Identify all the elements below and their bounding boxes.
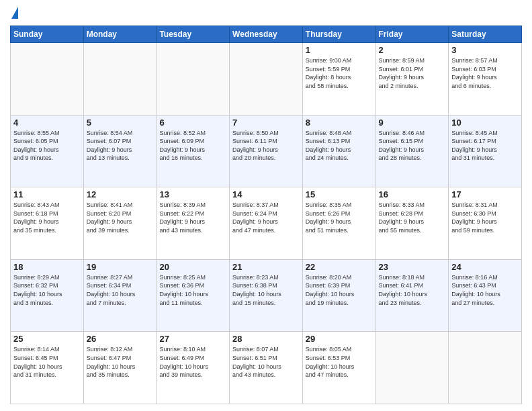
day-number: 19 [87, 262, 154, 272]
calendar-cell: 10Sunrise: 8:45 AMSunset: 6:17 PMDayligh… [449, 115, 522, 187]
calendar-cell: 21Sunrise: 8:23 AMSunset: 6:38 PMDayligh… [230, 259, 303, 332]
calendar-cell: 9Sunrise: 8:46 AMSunset: 6:15 PMDaylight… [375, 115, 449, 187]
calendar-cell: 13Sunrise: 8:39 AMSunset: 6:22 PMDayligh… [157, 187, 230, 260]
calendar-cell [83, 43, 157, 116]
day-info: Sunrise: 8:18 AMSunset: 6:41 PMDaylight:… [379, 273, 446, 307]
day-info: Sunrise: 8:43 AMSunset: 6:18 PMDaylight:… [13, 201, 81, 234]
day-number: 24 [451, 262, 519, 272]
calendar-cell: 27Sunrise: 8:10 AMSunset: 6:49 PMDayligh… [157, 332, 230, 404]
day-info: Sunrise: 8:10 AMSunset: 6:49 PMDaylight:… [159, 345, 226, 379]
weekday-header-tuesday: Tuesday [157, 26, 230, 43]
day-number: 3 [451, 45, 519, 55]
calendar-cell: 4Sunrise: 8:55 AMSunset: 6:05 PMDaylight… [11, 115, 84, 187]
day-number: 23 [379, 262, 446, 272]
day-number: 1 [306, 45, 373, 55]
weekday-header-thursday: Thursday [302, 26, 375, 43]
day-info: Sunrise: 8:05 AMSunset: 6:53 PMDaylight:… [306, 345, 373, 379]
calendar-cell: 26Sunrise: 8:12 AMSunset: 6:47 PMDayligh… [83, 332, 157, 404]
day-info: Sunrise: 8:12 AMSunset: 6:47 PMDaylight:… [87, 345, 154, 379]
day-info: Sunrise: 8:55 AMSunset: 6:05 PMDaylight:… [13, 129, 81, 163]
day-number: 11 [13, 189, 81, 199]
calendar-cell: 2Sunrise: 8:59 AMSunset: 6:01 PMDaylight… [375, 43, 449, 116]
day-number: 13 [159, 189, 226, 199]
day-number: 4 [13, 118, 81, 128]
day-number: 28 [232, 334, 300, 344]
day-number: 14 [232, 189, 300, 199]
calendar-week-5: 25Sunrise: 8:14 AMSunset: 6:45 PMDayligh… [11, 332, 522, 404]
day-info: Sunrise: 8:48 AMSunset: 6:13 PMDaylight:… [306, 129, 373, 163]
calendar-table: SundayMondayTuesdayWednesdayThursdayFrid… [10, 26, 522, 404]
day-info: Sunrise: 9:00 AMSunset: 5:59 PMDaylight:… [306, 56, 373, 90]
header [10, 7, 522, 20]
day-number: 8 [306, 118, 373, 128]
day-number: 29 [306, 334, 373, 344]
day-number: 6 [159, 118, 226, 128]
weekday-header-row: SundayMondayTuesdayWednesdayThursdayFrid… [11, 26, 522, 43]
day-info: Sunrise: 8:46 AMSunset: 6:15 PMDaylight:… [379, 129, 446, 163]
calendar-body: 1Sunrise: 9:00 AMSunset: 5:59 PMDaylight… [11, 43, 522, 404]
calendar-header: SundayMondayTuesdayWednesdayThursdayFrid… [11, 26, 522, 43]
day-info: Sunrise: 8:14 AMSunset: 6:45 PMDaylight:… [13, 345, 81, 379]
calendar-cell: 14Sunrise: 8:37 AMSunset: 6:24 PMDayligh… [230, 187, 303, 260]
calendar-cell: 1Sunrise: 9:00 AMSunset: 5:59 PMDaylight… [302, 43, 375, 116]
day-number: 20 [159, 262, 226, 272]
day-number: 2 [379, 45, 446, 55]
day-number: 12 [87, 189, 154, 199]
day-number: 15 [306, 189, 373, 199]
day-info: Sunrise: 8:25 AMSunset: 6:36 PMDaylight:… [159, 273, 226, 307]
day-number: 21 [232, 262, 300, 272]
day-number: 25 [13, 334, 81, 344]
calendar-cell [375, 332, 449, 404]
day-info: Sunrise: 8:16 AMSunset: 6:43 PMDaylight:… [451, 273, 519, 307]
weekday-header-wednesday: Wednesday [230, 26, 303, 43]
day-info: Sunrise: 8:07 AMSunset: 6:51 PMDaylight:… [232, 345, 300, 379]
calendar-cell [230, 43, 303, 116]
calendar-cell: 3Sunrise: 8:57 AMSunset: 6:03 PMDaylight… [449, 43, 522, 116]
calendar-week-4: 18Sunrise: 8:29 AMSunset: 6:32 PMDayligh… [11, 259, 522, 332]
calendar-cell: 16Sunrise: 8:33 AMSunset: 6:28 PMDayligh… [375, 187, 449, 260]
calendar-cell: 7Sunrise: 8:50 AMSunset: 6:11 PMDaylight… [230, 115, 303, 187]
day-number: 26 [87, 334, 154, 344]
calendar-cell: 24Sunrise: 8:16 AMSunset: 6:43 PMDayligh… [449, 259, 522, 332]
calendar-cell: 18Sunrise: 8:29 AMSunset: 6:32 PMDayligh… [11, 259, 84, 332]
day-info: Sunrise: 8:37 AMSunset: 6:24 PMDaylight:… [232, 201, 300, 234]
day-info: Sunrise: 8:31 AMSunset: 6:30 PMDaylight:… [451, 201, 519, 234]
calendar-cell: 23Sunrise: 8:18 AMSunset: 6:41 PMDayligh… [375, 259, 449, 332]
day-info: Sunrise: 8:50 AMSunset: 6:11 PMDaylight:… [232, 129, 300, 163]
day-number: 9 [379, 118, 446, 128]
day-info: Sunrise: 8:39 AMSunset: 6:22 PMDaylight:… [159, 201, 226, 234]
calendar-cell: 28Sunrise: 8:07 AMSunset: 6:51 PMDayligh… [230, 332, 303, 404]
day-info: Sunrise: 8:35 AMSunset: 6:26 PMDaylight:… [306, 201, 373, 234]
calendar-week-3: 11Sunrise: 8:43 AMSunset: 6:18 PMDayligh… [11, 187, 522, 260]
logo-text [10, 7, 18, 20]
logo-triangle-icon [11, 7, 18, 19]
calendar-cell: 25Sunrise: 8:14 AMSunset: 6:45 PMDayligh… [11, 332, 84, 404]
weekday-header-saturday: Saturday [449, 26, 522, 43]
weekday-header-monday: Monday [83, 26, 157, 43]
calendar-cell [11, 43, 84, 116]
calendar-cell: 11Sunrise: 8:43 AMSunset: 6:18 PMDayligh… [11, 187, 84, 260]
calendar-cell: 20Sunrise: 8:25 AMSunset: 6:36 PMDayligh… [157, 259, 230, 332]
day-number: 17 [451, 189, 519, 199]
day-number: 7 [232, 118, 300, 128]
weekday-header-friday: Friday [375, 26, 449, 43]
calendar-cell: 8Sunrise: 8:48 AMSunset: 6:13 PMDaylight… [302, 115, 375, 187]
calendar-cell [449, 332, 522, 404]
day-info: Sunrise: 8:23 AMSunset: 6:38 PMDaylight:… [232, 273, 300, 307]
day-number: 10 [451, 118, 519, 128]
day-info: Sunrise: 8:27 AMSunset: 6:34 PMDaylight:… [87, 273, 154, 307]
page: SundayMondayTuesdayWednesdayThursdayFrid… [0, 0, 532, 411]
calendar-cell: 6Sunrise: 8:52 AMSunset: 6:09 PMDaylight… [157, 115, 230, 187]
calendar-cell: 15Sunrise: 8:35 AMSunset: 6:26 PMDayligh… [302, 187, 375, 260]
calendar-cell: 19Sunrise: 8:27 AMSunset: 6:34 PMDayligh… [83, 259, 157, 332]
calendar-cell: 5Sunrise: 8:54 AMSunset: 6:07 PMDaylight… [83, 115, 157, 187]
calendar-cell: 29Sunrise: 8:05 AMSunset: 6:53 PMDayligh… [302, 332, 375, 404]
logo [10, 7, 18, 20]
day-number: 22 [306, 262, 373, 272]
calendar-week-2: 4Sunrise: 8:55 AMSunset: 6:05 PMDaylight… [11, 115, 522, 187]
calendar-cell: 17Sunrise: 8:31 AMSunset: 6:30 PMDayligh… [449, 187, 522, 260]
calendar-cell: 22Sunrise: 8:20 AMSunset: 6:39 PMDayligh… [302, 259, 375, 332]
day-info: Sunrise: 8:57 AMSunset: 6:03 PMDaylight:… [451, 56, 519, 90]
day-info: Sunrise: 8:52 AMSunset: 6:09 PMDaylight:… [159, 129, 226, 163]
day-number: 18 [13, 262, 81, 272]
